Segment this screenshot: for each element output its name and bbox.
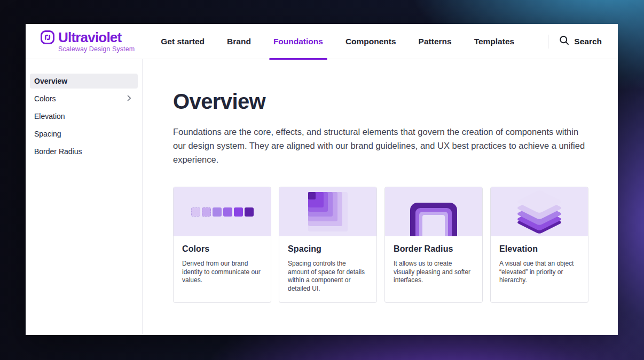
search-button[interactable]: Search [559,35,602,47]
nav-item-patterns[interactable]: Patterns [407,24,463,59]
page-title: Overview [173,90,618,113]
nav-item-components[interactable]: Components [334,24,407,59]
search-label: Search [574,37,602,46]
sidebar: Overview Colors Elevation Spacing Border… [26,59,143,334]
main-content: Overview Foundations are the core, effec… [143,59,618,334]
brand-logo[interactable]: Ultraviolet Scaleway Design System [41,30,135,53]
window-body: Overview Colors Elevation Spacing Border… [26,59,618,334]
card-description: It allows us to create visually pleasing… [394,260,474,285]
card-elevation[interactable]: Elevation A visual cue that an object “e… [490,187,588,303]
brand-tagline: Scaleway Design System [58,45,135,53]
ultraviolet-logo-icon [41,30,54,46]
intro-paragraph: Foundations are the core, effects, and s… [173,125,593,166]
header-divider [548,35,548,49]
sidebar-item-label: Elevation [34,112,65,121]
sidebar-item-overview[interactable]: Overview [30,74,138,89]
sidebar-item-label: Overview [34,77,67,85]
foundation-cards: Colors Derived from our brand identity t… [173,187,618,303]
nav-item-get-started[interactable]: Get started [150,24,216,59]
card-description: Derived from our brand identity to commu… [182,260,262,285]
sidebar-item-colors[interactable]: Colors [30,91,138,106]
card-body: Spacing Spacing controls the amount of s… [279,236,376,302]
card-title: Colors [182,244,262,254]
sidebar-item-border-radius[interactable]: Border Radius [30,144,138,159]
main-nav: Get started Brand Foundations Components… [150,24,525,59]
nav-item-templates[interactable]: Templates [463,24,526,59]
search-icon [559,35,569,47]
sidebar-item-elevation[interactable]: Elevation [30,109,138,124]
card-colors-illustration [174,187,271,236]
card-border-radius[interactable]: Border Radius It allows us to create vis… [384,187,483,303]
card-title: Elevation [499,244,579,254]
sidebar-item-label: Colors [34,94,56,103]
color-swatches-icon [191,207,254,217]
nested-squares-icon [308,192,348,231]
card-border-radius-illustration [385,187,482,236]
card-body: Colors Derived from our brand identity t… [174,236,271,294]
card-description: Spacing controls the amount of space for… [288,260,368,293]
card-spacing-illustration [279,187,376,236]
header-right: Search [548,35,602,49]
chevron-right-icon [127,94,131,103]
card-body: Border Radius It allows us to create vis… [385,236,482,294]
card-body: Elevation A visual cue that an object “e… [491,236,588,294]
card-spacing[interactable]: Spacing Spacing controls the amount of s… [279,187,377,303]
card-title: Spacing [288,244,368,254]
desktop-background: { "brand": { "name": "Ultraviolet", "tag… [0,0,644,360]
card-title: Border Radius [394,244,474,254]
nav-item-brand[interactable]: Brand [216,24,262,59]
browser-window: Ultraviolet Scaleway Design System Get s… [26,24,618,335]
card-elevation-illustration [491,187,588,236]
sidebar-item-label: Spacing [34,130,61,138]
sidebar-item-label: Border Radius [34,147,82,156]
site-header: Ultraviolet Scaleway Design System Get s… [26,24,618,59]
stacked-layers-icon [505,187,574,236]
card-colors[interactable]: Colors Derived from our brand identity t… [173,187,271,303]
sidebar-item-spacing[interactable]: Spacing [30,126,138,141]
rounded-frames-icon [410,203,457,236]
brand-name: Ultraviolet [58,30,135,44]
card-description: A visual cue that an object “elevated” i… [499,260,579,285]
nav-item-foundations[interactable]: Foundations [262,24,334,59]
